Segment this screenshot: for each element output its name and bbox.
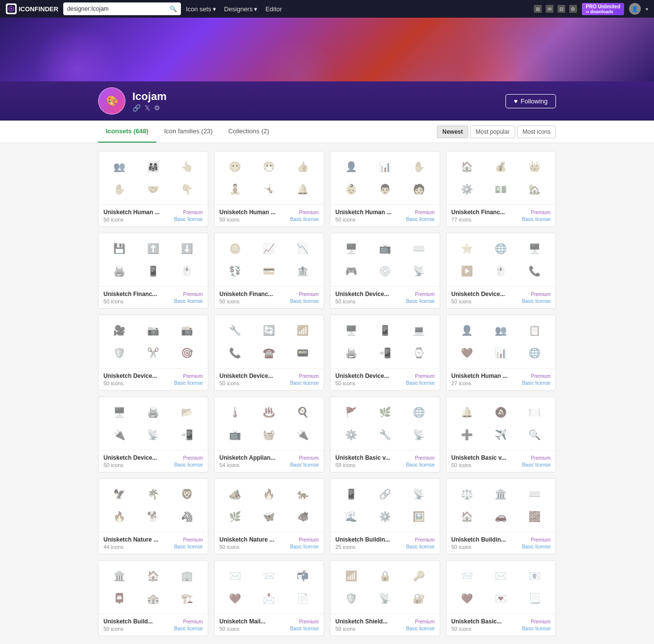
license-link[interactable]: Basic license xyxy=(174,298,202,304)
icon-card[interactable]: 🔧🔄📶📞☎️📟Unisketch Device...Premium50 icon… xyxy=(214,315,325,391)
icon-cell: 🖨️ xyxy=(103,261,135,281)
follow-button[interactable]: ♥ Following xyxy=(505,94,556,108)
user-menu-chevron[interactable]: ▾ xyxy=(646,6,648,12)
license-link[interactable]: Basic license xyxy=(522,544,551,550)
license-link[interactable]: Basic license xyxy=(406,380,434,386)
icon-card[interactable]: 👥👨‍👩‍👧👆✋🤝👇Unisketch Human ...Premium50 i… xyxy=(98,151,208,227)
icon-card[interactable]: 👤📊✋👶👨🧑Unisketch Human ...Premium50 icons… xyxy=(330,151,440,227)
license-link[interactable]: Basic license xyxy=(522,298,551,304)
icon-cell: 📮 xyxy=(103,588,135,609)
nav-designers[interactable]: Designers ▾ xyxy=(224,5,258,13)
icon-cell: 👶 xyxy=(335,179,367,199)
premium-badge: Premium xyxy=(531,210,551,215)
license-link[interactable]: Basic license xyxy=(406,462,434,468)
icon-card[interactable]: 🖥️📱💻🖨️📲⌚Unisketch Device...Premium50 ico… xyxy=(330,315,440,391)
sort-most-icons[interactable]: Most icons xyxy=(517,125,556,138)
logo[interactable]: ICONFINDER xyxy=(6,3,58,14)
card-preview: 📨✉️📧❤️💌📃 xyxy=(447,561,556,614)
license-link[interactable]: Basic license xyxy=(290,217,319,223)
icon-card[interactable]: 🎥📷📸🛡️✂️🎯Unisketch Device...Premium50 ico… xyxy=(98,315,208,391)
tab-collections[interactable]: Collections (2) xyxy=(221,121,277,143)
icon-card[interactable]: 🚩🌿🌐⚙️🔧📡Unisketch Basic v...Premium59 ico… xyxy=(330,396,440,472)
icon-card[interactable]: 📶🔒🔑🛡️📡🔐Unisketch Shield...Premium50 icon… xyxy=(330,560,440,636)
license-link[interactable]: Basic license xyxy=(522,626,551,632)
icon-card[interactable]: 🏠💰👑⚙️💵🏡Unisketch Financ...Premium77 icon… xyxy=(446,151,556,227)
icon-card[interactable]: 😶😷👍🧘🤸🔔Unisketch Human ...Premium50 icons… xyxy=(214,151,325,227)
nav-editor-label: Editor xyxy=(265,5,282,13)
icon-card[interactable]: 🔔🔕🍽️➕✈️🔍Unisketch Basic v...Premium50 ic… xyxy=(446,396,556,472)
icon-card[interactable]: 🖥️🖨️📂🔌📡📲Unisketch Device...Premium50 ico… xyxy=(98,396,208,472)
link-icon[interactable]: 🔗 xyxy=(132,104,141,112)
icon-cell: 🔒 xyxy=(369,566,401,586)
card-meta: 50 iconsBasic license xyxy=(103,462,203,468)
icon-card[interactable]: 🦅🌴🦁🔥🐕🦓Unisketch Nature ...Premium44 icon… xyxy=(98,478,208,554)
license-link[interactable]: Basic license xyxy=(174,544,202,550)
license-link[interactable]: Basic license xyxy=(406,298,434,304)
license-link[interactable]: Basic license xyxy=(290,380,319,386)
icon-cell: ⬇️ xyxy=(171,238,203,259)
icon-cell: 🦋 xyxy=(253,506,285,527)
icon-card[interactable]: 🏕️🔥🐅🌿🦋🐗Unisketch Nature ...Premium50 ico… xyxy=(214,478,325,554)
card-meta: 77 iconsBasic license xyxy=(452,217,551,223)
tab-icon-families[interactable]: Icon families (23) xyxy=(156,121,221,143)
icon-cell: 💳 xyxy=(253,261,285,281)
search-icon[interactable]: 🔍 xyxy=(170,5,177,12)
license-link[interactable]: Basic license xyxy=(174,217,202,223)
premium-badge: Premium xyxy=(299,537,319,543)
nav-icon-sets[interactable]: Icon sets ▾ xyxy=(186,5,216,13)
sort-newest[interactable]: Newest xyxy=(437,125,468,138)
icon-cell: 🚗 xyxy=(485,506,517,527)
card-info: Unisketch Financ...Premium50 iconsBasic … xyxy=(215,287,324,308)
icon-card[interactable]: 📨✉️📧❤️💌📃Unisketch Basic...Premium50 icon… xyxy=(446,560,556,636)
license-link[interactable]: Basic license xyxy=(290,626,319,632)
card-title-text: Unisketch Shield... xyxy=(335,618,388,625)
icon-card[interactable]: 💾⬆️⬇️🖨️📱🖱️Unisketch Financ...Premium50 i… xyxy=(98,233,208,309)
tab-iconsets[interactable]: Iconsets (648) xyxy=(98,121,156,143)
license-link[interactable]: Basic license xyxy=(522,217,551,223)
icon-card[interactable]: 🏛️🏠🏢📮🏤🏗️Unisketch Build...Premium50 icon… xyxy=(98,560,208,636)
license-link[interactable]: Basic license xyxy=(174,462,202,468)
icon-cell: 🏛️ xyxy=(485,484,517,504)
icon-cell: 🔑 xyxy=(403,566,435,586)
license-link[interactable]: Basic license xyxy=(290,298,319,304)
search-bar[interactable]: 🔍 xyxy=(63,2,181,15)
settings-icon[interactable]: ⚙ xyxy=(569,5,577,13)
license-link[interactable]: Basic license xyxy=(406,626,434,632)
icon-card[interactable]: 🖥️📺⌨️🎮💿📡Unisketch Device...Premium50 ico… xyxy=(330,233,440,309)
icon-card[interactable]: 🌡️♨️🍳📺🧺🔌Unisketch Applian...Premium54 ic… xyxy=(214,396,325,472)
card-meta: 50 iconsBasic license xyxy=(335,217,435,223)
icon-count: 25 icons xyxy=(335,544,355,550)
sort-most-popular[interactable]: Most popular xyxy=(470,125,515,138)
license-link[interactable]: Basic license xyxy=(406,217,434,223)
twitter-icon[interactable]: 𝕏 xyxy=(145,104,150,112)
license-link[interactable]: Basic license xyxy=(174,380,202,386)
nav-editor[interactable]: Editor xyxy=(265,5,282,13)
grid-icon[interactable]: ⊞ xyxy=(534,5,542,13)
license-link[interactable]: Basic license xyxy=(406,544,434,550)
card-title: Unisketch Human ...Premium xyxy=(335,209,435,216)
user-avatar[interactable]: 👤 xyxy=(629,3,641,15)
icon-cell: 🔧 xyxy=(369,424,401,445)
icon-card[interactable]: 🪙📈📉💱💳🏦Unisketch Financ...Premium50 icons… xyxy=(214,233,325,309)
icon-card[interactable]: 👤👥📋❤️📊🌐Unisketch Human ...Premium27 icon… xyxy=(446,315,556,391)
card-preview: 👥👨‍👩‍👧👆✋🤝👇 xyxy=(99,151,208,205)
license-link[interactable]: Basic license xyxy=(290,462,319,468)
icon-cell: 📺 xyxy=(369,238,401,259)
license-link[interactable]: Basic license xyxy=(290,544,319,550)
icon-card[interactable]: ✉️📨📬❤️📩📄Unisketch Mail...Premium50 icons… xyxy=(214,560,325,636)
icon-card[interactable]: 📱🔗📡🌊⚙️🖼️Unisketch Buildin...Premium25 ic… xyxy=(330,478,440,554)
icon-card[interactable]: ⚖️🏛️⌨️🏠🚗🧱Unisketch Buildin...Premium50 i… xyxy=(446,478,556,554)
license-link[interactable]: Basic license xyxy=(174,626,202,632)
icon-cell: 📊 xyxy=(485,343,517,363)
card-preview: 📶🔒🔑🛡️📡🔐 xyxy=(330,561,440,614)
premium-badge: Premium xyxy=(531,292,551,297)
license-link[interactable]: Basic license xyxy=(522,380,551,386)
mail-icon[interactable]: ✉ xyxy=(546,5,553,13)
search-input[interactable] xyxy=(67,5,170,12)
icon-cell: 🖥️ xyxy=(335,238,367,259)
icon-cell: 🐅 xyxy=(287,484,319,504)
settings-link-icon[interactable]: ⚙ xyxy=(154,104,160,112)
bookmark-icon[interactable]: ⊟ xyxy=(557,5,565,13)
license-link[interactable]: Basic license xyxy=(522,462,551,468)
icon-card[interactable]: ⭐🌐🖥️▶️🖱️📞Unisketch Device...Premium50 ic… xyxy=(446,233,556,309)
